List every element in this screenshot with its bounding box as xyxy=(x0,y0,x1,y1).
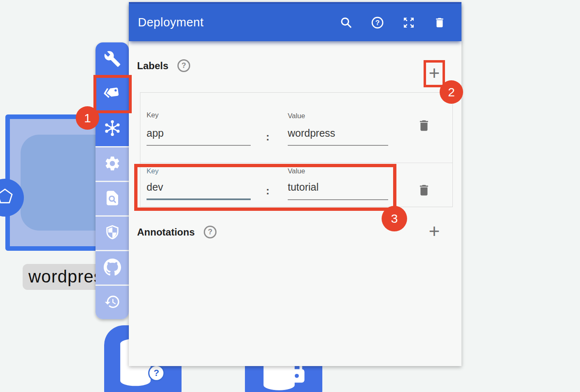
search-icon[interactable] xyxy=(340,16,353,29)
key-field-label: Key xyxy=(147,111,158,119)
value-field-label: Value xyxy=(288,112,305,120)
labels-help-icon[interactable]: ? xyxy=(177,59,190,72)
sidebar-item-security[interactable] xyxy=(96,215,129,250)
tutorial-step-badge-3: 3 xyxy=(382,206,407,231)
sidebar-item-network[interactable] xyxy=(96,112,129,146)
annotations-section-title: Annotations xyxy=(137,226,195,238)
panel-header: Deployment ? xyxy=(129,2,461,41)
labels-section-title: Labels xyxy=(137,60,168,72)
value-input[interactable]: wordpress xyxy=(288,127,335,139)
shield-icon xyxy=(104,224,121,243)
tutorial-step-badge-1: 1 xyxy=(76,106,99,130)
key-input[interactable]: app xyxy=(147,127,164,139)
document-search-icon xyxy=(104,189,121,208)
wrench-icon xyxy=(104,50,121,69)
tutorial-highlight-box-1 xyxy=(93,75,132,113)
tutorial-step-badge-2: 2 xyxy=(440,80,463,104)
annotations-help-icon[interactable]: ? xyxy=(204,226,217,238)
sidebar-item-doc-search[interactable] xyxy=(96,181,129,215)
pod-pentagon-icon xyxy=(0,187,15,209)
label-row-app: Key app : Value wordpress xyxy=(140,93,452,163)
hub-icon xyxy=(103,119,121,139)
sidebar-item-github[interactable] xyxy=(96,250,129,285)
value-underline xyxy=(288,145,388,146)
panel-title: Deployment xyxy=(138,16,340,29)
delete-row-icon[interactable] xyxy=(417,182,431,200)
add-annotation-button[interactable]: + xyxy=(425,222,443,240)
sidebar-item-history[interactable] xyxy=(96,285,129,319)
tutorial-highlight-box-2 xyxy=(424,60,445,87)
sidebar-item-wrench[interactable] xyxy=(96,42,129,77)
expand-icon[interactable] xyxy=(402,16,415,29)
delete-row-icon[interactable] xyxy=(417,117,431,135)
tutorial-highlight-box-3 xyxy=(134,164,396,211)
key-value-separator: : xyxy=(266,131,270,143)
svg-text:?: ? xyxy=(375,19,380,27)
key-underline xyxy=(147,145,251,146)
gear-icon xyxy=(104,155,121,174)
github-icon xyxy=(103,258,121,278)
history-icon xyxy=(104,294,121,312)
unknown-status-badge: ? xyxy=(148,365,165,381)
help-icon[interactable]: ? xyxy=(371,16,384,29)
sidebar-item-settings[interactable] xyxy=(96,146,129,181)
delete-icon[interactable] xyxy=(433,16,447,29)
